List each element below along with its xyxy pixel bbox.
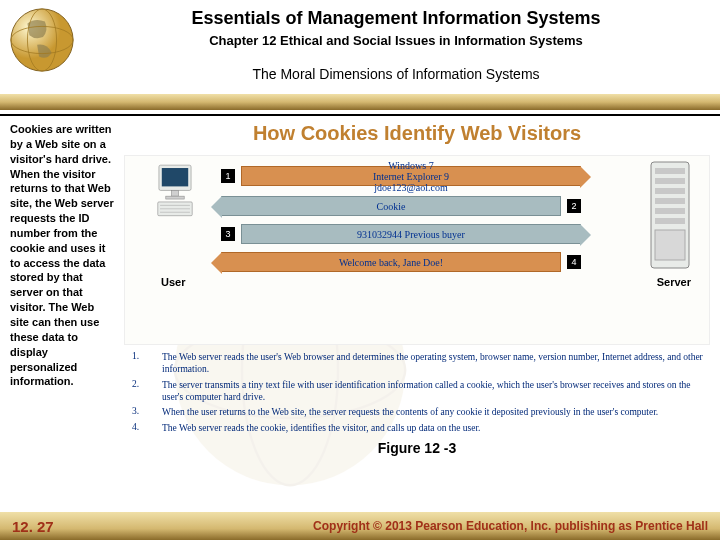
arrow-right-icon: 931032944 Previous buyer xyxy=(241,224,581,244)
arrow-text: Windows 7 Internet Explorer 9 jdoe123@ao… xyxy=(369,160,453,193)
server-icon xyxy=(649,160,691,270)
arrow-text: 931032944 Previous buyer xyxy=(353,229,469,240)
step-number-badge: 1 xyxy=(221,169,235,183)
diagram-step-2: 2 Cookie xyxy=(221,194,581,218)
svg-rect-15 xyxy=(655,168,685,174)
arrow-left-icon: Welcome back, Jane Doe! xyxy=(221,252,561,272)
slide-footer: 12. 27 Copyright © 2013 Pearson Educatio… xyxy=(0,512,720,540)
svg-rect-18 xyxy=(655,198,685,204)
svg-rect-20 xyxy=(655,218,685,224)
step-number-badge: 3 xyxy=(221,227,235,241)
svg-point-3 xyxy=(11,9,73,71)
user-computer-icon xyxy=(143,164,207,218)
step-explanations: 1.The Web server reads the user's Web br… xyxy=(132,351,710,434)
content-area: Cookies are written by a Web site on a v… xyxy=(0,116,720,456)
arrow-text: Welcome back, Jane Doe! xyxy=(335,257,447,268)
globe-icon xyxy=(8,6,76,74)
arrow-left-icon: Cookie xyxy=(221,196,561,216)
slide-header: Essentials of Management Information Sys… xyxy=(0,0,720,94)
figure-title: How Cookies Identify Web Visitors xyxy=(124,122,710,145)
step-number-badge: 2 xyxy=(567,199,581,213)
svg-rect-21 xyxy=(655,230,685,260)
step-item: 3.When the user returns to the Web site,… xyxy=(132,406,710,418)
svg-rect-7 xyxy=(162,168,188,186)
diagram-step-1: 1 Windows 7 Internet Explorer 9 jdoe123@… xyxy=(221,164,581,188)
cookie-diagram: User Server 1 Windows 7 Internet Explore… xyxy=(124,155,710,345)
figure-number: Figure 12 -3 xyxy=(124,440,710,456)
divider-gradient xyxy=(0,94,720,110)
server-label: Server xyxy=(657,276,691,288)
chapter-title: Chapter 12 Ethical and Social Issues in … xyxy=(82,33,710,48)
step-item: 4.The Web server reads the cookie, ident… xyxy=(132,422,710,434)
diagram-step-3: 3 931032944 Previous buyer xyxy=(221,222,581,246)
svg-rect-19 xyxy=(655,208,685,214)
svg-rect-8 xyxy=(172,190,179,196)
user-label: User xyxy=(161,276,185,288)
book-title: Essentials of Management Information Sys… xyxy=(82,8,710,29)
sidebar-description: Cookies are written by a Web site on a v… xyxy=(10,122,114,456)
arrow-right-icon: Windows 7 Internet Explorer 9 jdoe123@ao… xyxy=(241,166,581,186)
svg-rect-9 xyxy=(166,196,184,199)
slide-number: 12. 27 xyxy=(12,518,54,535)
svg-rect-16 xyxy=(655,178,685,184)
svg-rect-17 xyxy=(655,188,685,194)
diagram-step-4: 4 Welcome back, Jane Doe! xyxy=(221,250,581,274)
copyright-text: Copyright © 2013 Pearson Education, Inc.… xyxy=(313,519,708,533)
step-item: 2.The server transmits a tiny text file … xyxy=(132,379,710,404)
arrow-text: Cookie xyxy=(373,201,410,212)
step-number-badge: 4 xyxy=(567,255,581,269)
section-title: The Moral Dimensions of Information Syst… xyxy=(82,66,710,82)
main-column: How Cookies Identify Web Visitors User S… xyxy=(124,122,710,456)
step-item: 1.The Web server reads the user's Web br… xyxy=(132,351,710,376)
